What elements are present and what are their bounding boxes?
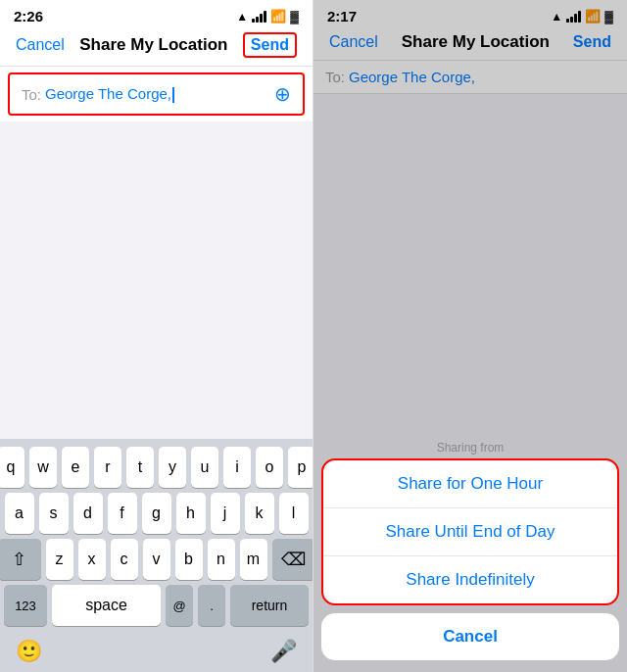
key-j[interactable]: j [211, 493, 240, 534]
text-cursor [172, 87, 174, 103]
action-cancel-group: Cancel [321, 613, 619, 660]
status-icons-left: ▲ 📶 ▓ [236, 9, 299, 24]
key-f[interactable]: f [108, 493, 137, 534]
key-c[interactable]: c [111, 539, 138, 580]
key-i[interactable]: i [223, 447, 251, 488]
left-phone: 2:26 ▲ 📶 ▓ Cancel Share My Location Send… [0, 0, 314, 672]
action-sheet: Sharing from Share for One Hour Share Un… [314, 441, 627, 672]
key-x[interactable]: x [78, 539, 106, 580]
key-r[interactable]: r [94, 447, 121, 488]
action-cancel-button[interactable]: Cancel [321, 613, 619, 660]
key-n[interactable]: n [208, 539, 235, 580]
key-y[interactable]: y [159, 447, 186, 488]
location-arrow-icon: ▲ [236, 10, 248, 24]
key-return[interactable]: return [230, 585, 309, 626]
share-end-of-day-button[interactable]: Share Until End of Day [323, 508, 617, 556]
send-button-left[interactable]: Send [243, 32, 297, 58]
to-label-left: To: [22, 86, 41, 103]
battery-icon: ▓ [290, 10, 299, 24]
bottom-bar-left: 🙂 🎤 [0, 635, 313, 672]
key-row-3: ⇧ z x c v b n m ⌫ [4, 539, 309, 580]
status-bar-left: 2:26 ▲ 📶 ▓ [0, 0, 313, 28]
nav-bar-left: Cancel Share My Location Send [0, 28, 313, 67]
key-h[interactable]: h [176, 493, 206, 534]
microphone-icon[interactable]: 🎤 [270, 639, 297, 664]
key-b[interactable]: b [175, 539, 203, 580]
key-k[interactable]: k [245, 493, 274, 534]
key-t[interactable]: t [126, 447, 154, 488]
signal-bars-icon [252, 11, 266, 23]
key-period[interactable]: . [198, 585, 225, 626]
wifi-icon: 📶 [270, 9, 286, 24]
status-time-left: 2:26 [14, 8, 43, 24]
key-a[interactable]: a [5, 493, 34, 534]
key-delete[interactable]: ⌫ [272, 539, 314, 580]
key-e[interactable]: e [62, 447, 89, 488]
add-recipient-button[interactable]: ⊕ [274, 82, 291, 106]
right-phone: 2:17 ▲ 📶 ▓ Cancel Share My Location Send… [314, 0, 627, 672]
key-p[interactable]: p [288, 447, 314, 488]
key-shift[interactable]: ⇧ [0, 539, 41, 580]
key-w[interactable]: w [29, 447, 57, 488]
key-at[interactable]: @ [166, 585, 193, 626]
key-row-4: 123 space @ . return [4, 585, 309, 626]
key-d[interactable]: d [73, 493, 103, 534]
keyboard: q w e r t y u i o p a s d f g h j k l ⇧ … [0, 439, 313, 635]
to-value-left: George The Corge, [45, 85, 274, 103]
emoji-icon[interactable]: 🙂 [16, 639, 42, 664]
key-q[interactable]: q [0, 447, 24, 488]
nav-title-left: Share My Location [79, 35, 227, 55]
key-123[interactable]: 123 [4, 585, 47, 626]
key-g[interactable]: g [142, 493, 171, 534]
cancel-button-left[interactable]: Cancel [16, 36, 65, 54]
key-v[interactable]: v [143, 539, 170, 580]
sharing-from-label: Sharing from [321, 441, 619, 455]
key-space[interactable]: space [52, 585, 161, 626]
key-row-1: q w e r t y u i o p [4, 447, 309, 488]
share-one-hour-button[interactable]: Share for One Hour [323, 460, 617, 508]
key-z[interactable]: z [46, 539, 73, 580]
key-m[interactable]: m [240, 539, 267, 580]
key-row-2: a s d f g h j k l [4, 493, 309, 534]
share-indefinitely-button[interactable]: Share Indefinitely [323, 556, 617, 603]
content-area-left [0, 121, 313, 439]
action-sheet-overlay: Sharing from Share for One Hour Share Un… [314, 0, 627, 672]
key-u[interactable]: u [191, 447, 218, 488]
key-s[interactable]: s [39, 493, 69, 534]
to-field-left[interactable]: To: George The Corge, ⊕ [8, 72, 305, 116]
action-options-group: Share for One Hour Share Until End of Da… [321, 458, 619, 605]
key-l[interactable]: l [279, 493, 309, 534]
key-o[interactable]: o [256, 447, 283, 488]
